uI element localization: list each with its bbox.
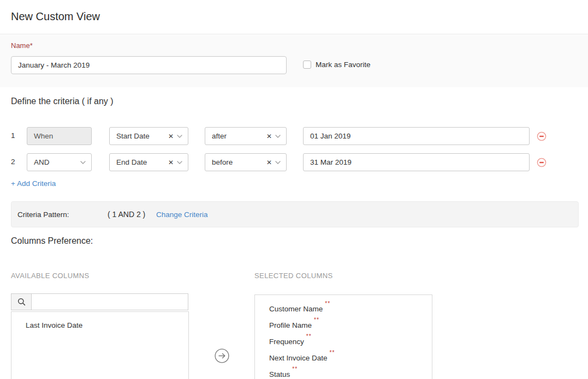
page-title: New Custom View [11,10,100,23]
chevron-down-icon [275,161,281,164]
selected-column-item[interactable]: Next Invoice Date** [255,347,432,364]
connector-select[interactable]: AND [27,153,92,171]
new-custom-view-page: New Custom View Name* Mark as Favorite D… [0,0,588,379]
remove-criteria-button[interactable] [537,131,547,141]
available-columns-search-input[interactable] [31,293,188,310]
operator-select[interactable]: before ✕ [205,153,287,171]
required-marker: ** [292,366,298,372]
criteria-heading: Define the criteria ( if any ) [11,97,114,106]
chevron-down-icon [177,161,182,164]
search-icon-box [11,293,32,310]
selected-columns-header: SELECTED COLUMNS [254,272,333,280]
required-marker: ** [325,300,330,306]
selected-column-item[interactable]: Customer Name** [255,298,432,315]
move-to-selected-button[interactable] [215,348,229,363]
clear-operator-icon[interactable]: ✕ [266,159,272,166]
name-label: Name* [11,41,33,50]
criteria-value-input[interactable] [303,153,530,171]
criteria-pattern-label: Criteria Pattern: [17,210,69,219]
selected-column-item[interactable]: Frequency** [255,331,432,347]
available-column-item[interactable]: Last Invoice Date [11,312,188,329]
criteria-pattern-bar: Criteria Pattern: ( 1 AND 2 ) Change Cri… [11,201,579,227]
clear-field-icon[interactable]: ✕ [168,133,174,140]
field-select[interactable]: Start Date ✕ [109,127,188,145]
clear-operator-icon[interactable]: ✕ [266,133,272,140]
favorite-checkbox[interactable] [303,61,311,69]
name-section: Name* Mark as Favorite [0,35,588,87]
favorite-row: Mark as Favorite [303,61,371,69]
arrow-right-circle-icon [215,348,229,363]
criteria-value-input[interactable] [303,127,530,145]
clear-field-icon[interactable]: ✕ [168,159,174,166]
available-columns-header: AVAILABLE COLUMNS [11,272,90,280]
criteria-row: 1 When Start Date ✕ after ✕ [0,127,588,145]
minus-circle-icon [537,131,547,141]
remove-criteria-button[interactable] [537,158,547,167]
minus-circle-icon [537,158,547,167]
view-name-input[interactable] [11,56,287,74]
page-header: New Custom View [0,0,588,34]
criteria-pattern-value: ( 1 AND 2 ) [108,210,145,219]
required-marker: ** [314,317,319,323]
change-criteria-link[interactable]: Change Criteria [156,210,208,219]
available-columns-list: Last Invoice Date [11,311,189,379]
selected-column-item[interactable]: Profile Name** [255,315,432,331]
field-select[interactable]: End Date ✕ [109,153,188,171]
connector-disabled-field: When [27,127,92,145]
chevron-down-icon [177,135,182,138]
criteria-row: 2 AND End Date ✕ before ✕ [0,153,588,171]
columns-preference-heading: Columns Preference: [11,236,93,246]
chevron-down-icon [80,161,86,164]
operator-select[interactable]: after ✕ [205,127,287,145]
selected-column-item[interactable]: Status** [255,364,432,379]
favorite-label: Mark as Favorite [316,61,371,69]
row-number: 2 [11,158,15,166]
row-number: 1 [11,131,15,140]
add-criteria-link[interactable]: + Add Criteria [11,179,56,188]
required-marker: ** [306,333,312,339]
required-marker: ** [330,350,335,356]
chevron-down-icon [275,135,281,138]
search-icon [17,298,26,306]
selected-columns-list: Customer Name** Profile Name** Frequency… [254,294,432,379]
